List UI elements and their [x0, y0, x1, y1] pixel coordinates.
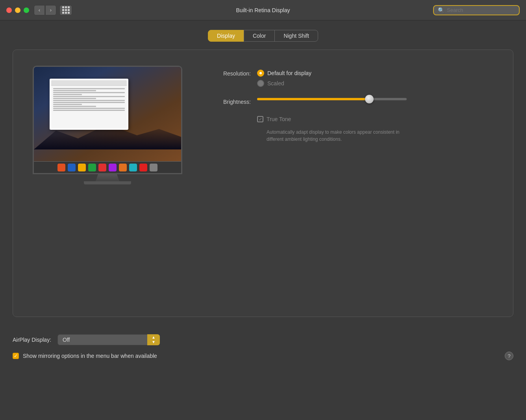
titlebar: ‹ › Built-in Retina Display 🔍 — [0, 0, 526, 20]
grid-icon — [62, 6, 70, 14]
main-content: Display Color Night Shift — [0, 20, 526, 326]
monitor-stand — [96, 174, 119, 181]
brightness-slider-row — [257, 98, 407, 100]
tab-display[interactable]: Display — [208, 30, 244, 42]
resolution-setting: Resolution: Default for display Scaled — [206, 70, 493, 87]
brightness-slider-fill — [257, 98, 369, 100]
window-controls — [6, 7, 29, 13]
search-input[interactable] — [447, 7, 515, 13]
monitor-screen — [34, 67, 181, 161]
truetone-label: True Tone — [267, 116, 291, 122]
window-title: Built-in Retina Display — [236, 7, 290, 13]
resolution-default-radio[interactable] — [257, 70, 264, 77]
truetone-checkbox[interactable]: ✓ — [257, 116, 263, 122]
truetone-checkbox-row: ✓ True Tone — [257, 116, 416, 122]
mirroring-label: Show mirroring options in the menu bar w… — [23, 353, 157, 359]
display-settings: Resolution: Default for display Scaled B… — [206, 66, 493, 301]
maximize-button[interactable] — [24, 7, 29, 13]
airplay-row: AirPlay Display: Off AirPlay Display ▲ ▼ — [13, 334, 513, 345]
inner-window — [51, 80, 127, 128]
airplay-label: AirPlay Display: — [13, 337, 51, 343]
brightness-setting: Brightness: — [206, 98, 493, 105]
brightness-control — [257, 98, 407, 100]
grid-button[interactable] — [59, 5, 72, 15]
minimize-button[interactable] — [15, 7, 20, 13]
tab-color[interactable]: Color — [244, 30, 275, 42]
help-button[interactable]: ? — [505, 352, 513, 360]
back-button[interactable]: ‹ — [34, 5, 45, 15]
brightness-slider-track[interactable] — [257, 98, 407, 100]
bottom-bar: AirPlay Display: Off AirPlay Display ▲ ▼… — [0, 326, 526, 368]
resolution-default-label: Default for display — [267, 70, 311, 76]
search-icon: 🔍 — [438, 7, 445, 13]
truetone-description: Automatically adapt display to make colo… — [267, 129, 416, 143]
resolution-scaled-radio[interactable] — [257, 80, 264, 87]
brightness-slider-thumb[interactable] — [365, 95, 374, 103]
close-button[interactable] — [6, 7, 12, 13]
truetone-control: ✓ True Tone Automatically adapt display … — [257, 116, 416, 143]
monitor-preview — [33, 66, 182, 301]
truetone-spacer — [206, 116, 257, 117]
settings-panel: Resolution: Default for display Scaled B… — [13, 50, 513, 317]
resolution-scaled-option[interactable]: Scaled — [257, 80, 311, 87]
monitor-dock — [34, 161, 181, 173]
resolution-default-option[interactable]: Default for display — [257, 70, 311, 77]
monitor-base — [84, 181, 131, 184]
resolution-scaled-label: Scaled — [267, 80, 284, 87]
nav-buttons: ‹ › — [34, 5, 56, 15]
tab-night-shift[interactable]: Night Shift — [274, 30, 318, 42]
airplay-select[interactable]: Off AirPlay Display — [57, 334, 160, 345]
truetone-setting: ✓ True Tone Automatically adapt display … — [206, 116, 493, 143]
mirroring-row: ✓ Show mirroring options in the menu bar… — [13, 353, 157, 359]
resolution-label: Resolution: — [206, 70, 257, 77]
forward-button[interactable]: › — [45, 5, 56, 15]
search-box[interactable]: 🔍 — [433, 5, 520, 15]
brightness-label: Brightness: — [206, 98, 257, 105]
mirroring-checkbox[interactable]: ✓ — [13, 353, 19, 359]
resolution-control: Default for display Scaled — [257, 70, 311, 87]
bottom-section: ✓ Show mirroring options in the menu bar… — [13, 352, 513, 360]
tab-bar: Display Color Night Shift — [13, 30, 513, 42]
monitor-body — [33, 66, 182, 174]
airplay-select-wrapper: Off AirPlay Display ▲ ▼ — [57, 334, 160, 345]
